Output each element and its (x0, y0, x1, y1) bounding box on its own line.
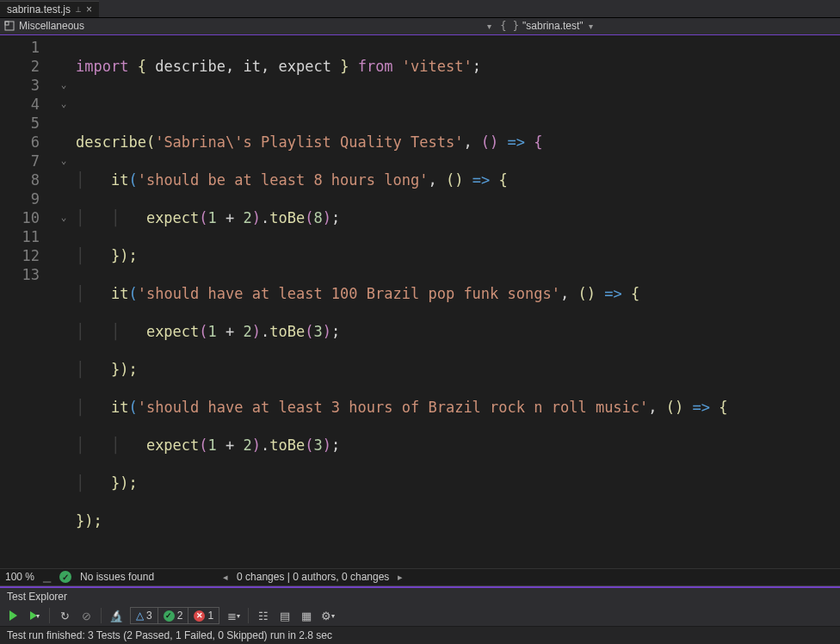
layout-side-button[interactable]: ▤ (275, 606, 294, 625)
project-dropdown[interactable]: Miscellaneous (19, 20, 84, 32)
changes-text[interactable]: 0 changes | 0 authors, 0 changes (237, 571, 389, 583)
issues-ok-icon: ✓ (59, 571, 71, 583)
nav-back-icon[interactable]: ◂ (223, 572, 228, 583)
svg-rect-1 (5, 22, 9, 25)
pin-icon[interactable]: ⟂ (76, 4, 81, 14)
filter-total[interactable]: △3 (131, 608, 158, 623)
run-all-button[interactable] (3, 606, 22, 625)
cancel-button[interactable]: ⊘ (77, 606, 96, 625)
test-explorer-title: Test Explorer (0, 588, 840, 605)
filter-box: △3 ✓2 ✕1 (130, 607, 219, 624)
tab-filename: sabrina.test.js (7, 3, 71, 15)
test-run-status: Test run finished: 3 Tests (2 Passed, 1 … (0, 627, 840, 644)
flask-button[interactable]: 🔬 (107, 606, 126, 625)
code-body[interactable]: import { describe, it, expect } from 'vi… (76, 35, 840, 568)
zoom-level[interactable]: 100 % (5, 571, 34, 583)
test-explorer-toolbar: ▾ ↻ ⊘ 🔬 △3 ✓2 ✕1 ≣▾ ☷ ▤ ▦ ⚙▾ (0, 605, 840, 627)
fold-gutter[interactable]: ⌄⌄⌄⌄ (52, 35, 76, 568)
context-bar: Miscellaneous ▾ { } "sabrina.test" ▾ (0, 18, 840, 34)
issues-text[interactable]: No issues found (80, 571, 154, 583)
code-editor[interactable]: 12345678910111213 ⌄⌄⌄⌄ import { describe… (0, 34, 840, 568)
settings-button[interactable]: ⚙▾ (318, 606, 337, 625)
project-icon (3, 20, 15, 32)
editor-status-bar: 100 % ▁ ✓ No issues found ◂ 0 changes | … (0, 568, 840, 586)
nav-fwd-icon[interactable]: ▸ (398, 572, 403, 583)
project-chevron-icon[interactable]: ▾ (482, 22, 497, 31)
close-icon[interactable]: × (86, 3, 92, 15)
layout-list-button[interactable]: ☷ (254, 606, 273, 625)
scope-chevron-icon[interactable]: ▾ (584, 22, 598, 31)
repeat-button[interactable]: ↻ (55, 606, 74, 625)
playlist-button[interactable]: ≣▾ (224, 606, 243, 625)
tab-bar: sabrina.test.js ⟂ × (0, 0, 840, 18)
tab-sabrina-test[interactable]: sabrina.test.js ⟂ × (0, 1, 99, 17)
filter-passed[interactable]: ✓2 (158, 608, 189, 623)
filter-failed[interactable]: ✕1 (188, 608, 219, 623)
layout-grid-button[interactable]: ▦ (297, 606, 316, 625)
run-button[interactable]: ▾ (25, 606, 44, 625)
svg-rect-0 (5, 22, 14, 30)
line-gutter: 12345678910111213 (0, 35, 52, 568)
braces-icon: { } (500, 20, 519, 32)
scope-dropdown[interactable]: "sabrina.test" (522, 20, 584, 32)
